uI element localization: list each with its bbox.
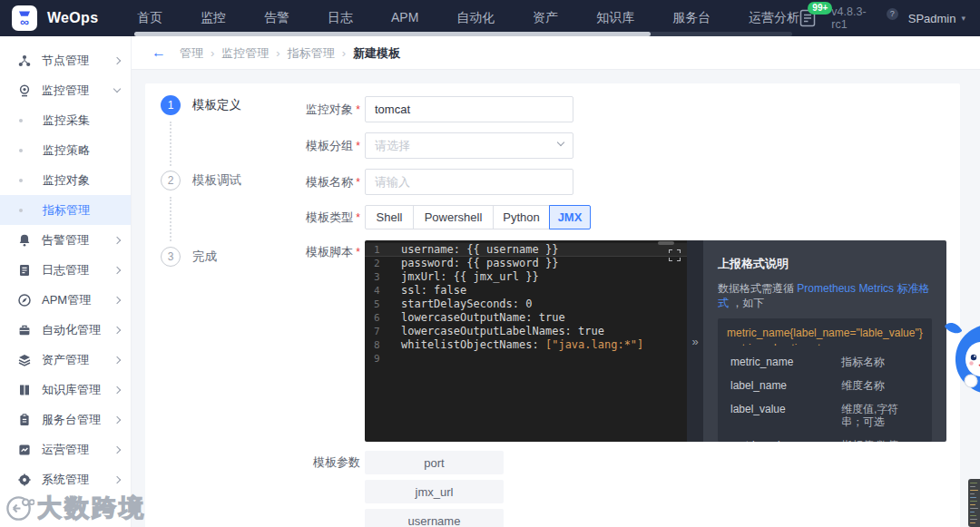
sidebar-item-1[interactable]: 节点管理 <box>0 45 131 75</box>
metric-field-row: label_value维度值,字符串；可选 <box>718 397 932 434</box>
code-text: lowercaseOutputLabelNames: true <box>401 325 604 338</box>
template-type-jmx[interactable]: JMX <box>549 205 591 229</box>
sidebar-item-label: 监控策略 <box>43 142 120 159</box>
minimap-line <box>970 483 977 483</box>
log-icon <box>18 264 31 277</box>
template-type-python[interactable]: Python <box>493 205 550 229</box>
nav-item-2[interactable]: 监控 <box>201 10 226 26</box>
bullet-icon <box>19 119 23 122</box>
nav-item-9[interactable]: 服务台 <box>672 10 710 26</box>
metric-field-row: metric_name指标名称 <box>718 350 932 374</box>
bullet-icon <box>19 179 23 182</box>
code-line-3: 3jmxUrl: {{ jmx_url }} <box>365 270 687 284</box>
template-name-label: 模板名称 <box>145 169 360 196</box>
sidebar-item-15[interactable]: 系统管理 <box>0 464 131 494</box>
sidebar-item-label: 资产管理 <box>42 352 114 368</box>
chevron-right-icon <box>113 296 121 303</box>
nav-item-1[interactable]: 首页 <box>137 10 162 26</box>
help-desc-prefix: 数据格式需遵循 <box>718 282 797 295</box>
nav-item-10[interactable]: 运营分析 <box>749 10 799 26</box>
breadcrumb-link-1[interactable]: 管理 <box>180 46 203 60</box>
monitor-icon <box>18 84 31 97</box>
code-text: username: {{ username }} <box>401 243 558 257</box>
sidebar-item-10[interactable]: 自动化管理 <box>0 315 131 345</box>
sidebar-item-5[interactable]: 监控对象 <box>0 165 131 195</box>
back-button[interactable]: ← <box>152 45 166 60</box>
editor-scrollbar-thumb[interactable] <box>658 241 674 245</box>
sidebar-item-7[interactable]: 告警管理 <box>0 225 131 255</box>
minimap-line <box>970 508 978 509</box>
sidebar-item-8[interactable]: 日志管理 <box>0 255 131 285</box>
nav-item-8[interactable]: 知识库 <box>596 10 634 26</box>
breadcrumb-items: 管理›监控管理›指标管理›新建模板 <box>180 44 400 62</box>
code-line-5: 5startDelaySeconds: 0 <box>365 298 687 311</box>
template-type-powershell[interactable]: Powershell <box>413 205 494 229</box>
metric-format-line1: metric_name{label_name="lable_value"} <box>727 326 923 341</box>
sidebar-item-9[interactable]: APM管理 <box>0 285 131 315</box>
breadcrumb: ← 管理›监控管理›指标管理›新建模板 <box>132 36 980 70</box>
automation-icon <box>18 324 31 337</box>
sidebar-item-6[interactable]: 指标管理 <box>0 195 131 225</box>
nav-item-3[interactable]: 告警 <box>264 10 289 26</box>
field-description: 维度值,字符串；可选 <box>841 403 919 428</box>
nav-item-4[interactable]: 日志 <box>328 10 353 26</box>
line-number: 3 <box>365 270 401 284</box>
template-type-shell[interactable]: Shell <box>365 205 414 229</box>
breadcrumb-separator: › <box>342 46 346 60</box>
sidebar-item-3[interactable]: 监控采集 <box>0 105 131 135</box>
assistant-mascot[interactable] <box>944 319 980 403</box>
template-name-input[interactable]: 请输入 <box>365 169 573 195</box>
sidebar-item-2[interactable]: 监控管理 <box>0 75 131 105</box>
chevron-right-icon <box>113 236 121 243</box>
metric-fields-table: metric_name指标名称label_name维度名称label_value… <box>718 346 932 442</box>
code-text: password: {{ password }} <box>401 257 558 270</box>
brand[interactable]: ∞ WeOps <box>0 5 134 31</box>
template-group-select[interactable]: 请选择 <box>365 132 573 159</box>
changelog-icon[interactable]: 99+ <box>799 9 816 27</box>
code-line-4: 4ssl: false <box>365 284 687 298</box>
minimap-line <box>970 493 975 494</box>
sidebar-item-11[interactable]: 资产管理 <box>0 345 131 375</box>
field-key: label_value <box>730 403 841 428</box>
sidebar-item-4[interactable]: 监控策略 <box>0 135 131 165</box>
fullscreen-icon[interactable] <box>669 249 681 261</box>
line-number: 5 <box>365 298 401 311</box>
template-group-label: 模板分组 <box>145 132 360 160</box>
monitor-object-input[interactable]: tomcat <box>365 96 573 122</box>
sidebar-item-label: 服务台管理 <box>42 412 114 428</box>
breadcrumb-link-2[interactable]: 监控管理 <box>221 46 269 60</box>
user-menu[interactable]: SPadmin ▾ <box>908 12 965 25</box>
nav-item-5[interactable]: APM <box>391 10 418 26</box>
chevron-right-icon <box>113 356 121 363</box>
sidebar-item-12[interactable]: 知识库管理 <box>0 375 131 405</box>
breadcrumb-link-3[interactable]: 指标管理 <box>288 46 335 60</box>
sidebar-item-label: 自动化管理 <box>42 322 114 338</box>
sidebar-item-label: 知识库管理 <box>42 382 114 398</box>
bullet-icon <box>19 149 23 152</box>
help-icon[interactable]: ? <box>887 8 898 20</box>
scrollbar-thumb[interactable] <box>134 32 651 36</box>
minimap-widget[interactable] <box>968 479 980 527</box>
nav-right: 99+ v4.8.3-rc1 ? SPadmin ▾ <box>799 5 980 31</box>
sidebar-item-13[interactable]: 服务台管理 <box>0 405 131 434</box>
nav-horizontal-scrollbar[interactable] <box>134 32 792 36</box>
template-script-editor[interactable]: 1username: {{ username }}2password: {{ p… <box>365 240 687 442</box>
monitor-object-value: tomcat <box>375 102 410 116</box>
collapse-help-panel-button[interactable]: » <box>687 240 703 442</box>
code-line-2: 2password: {{ password }} <box>365 257 687 270</box>
main-menu: 首页监控告警日志APM自动化资产知识库服务台运营分析 <box>137 10 799 26</box>
weops-logo-icon[interactable]: ∞ <box>12 5 37 31</box>
minimap-line <box>970 501 977 502</box>
code-line-8: 8whitelistObjectNames: ["java.lang:*"] <box>365 338 687 352</box>
minimap-line <box>970 522 975 523</box>
minimap-line <box>970 490 978 491</box>
nav-item-6[interactable]: 自动化 <box>456 10 495 26</box>
version-label: v4.8.3-rc1 <box>831 5 881 31</box>
template-script-block: 1username: {{ username }}2password: {{ p… <box>365 240 946 442</box>
chevron-right-icon <box>113 415 121 423</box>
top-nav: ∞ WeOps 首页监控告警日志APM自动化资产知识库服务台运营分析 99+ v… <box>0 0 980 36</box>
chevron-down-icon <box>557 139 564 146</box>
nav-item-7[interactable]: 资产 <box>533 10 558 26</box>
sidebar-item-14[interactable]: 运营管理 <box>0 434 131 464</box>
sidebar-item-label: 指标管理 <box>43 202 120 219</box>
